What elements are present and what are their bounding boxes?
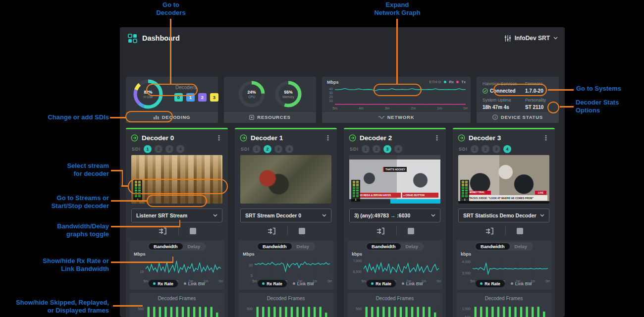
- kebab-menu-icon[interactable]: ⋮: [432, 134, 442, 142]
- sdi-label: SDI: [132, 147, 141, 152]
- rx-rate-label: Rx Rate: [158, 281, 173, 286]
- annotation-show-frames: Show/hide Skipped, Replayed, or Displaye…: [0, 299, 109, 315]
- annotation-line: [179, 220, 181, 227]
- sdi-chip[interactable]: 4: [285, 145, 293, 153]
- rx-dot: [371, 282, 374, 285]
- decoded-frames-chart: 1,0005005m4m3m2m1m0m: [458, 303, 550, 317]
- decoder-title: Decoder 2: [360, 134, 429, 142]
- tx-legend-label[interactable]: Tx: [461, 80, 466, 84]
- rx-rate-label: Rx Rate: [376, 281, 391, 286]
- sdi-chip[interactable]: 4: [503, 145, 511, 153]
- sdi-chip[interactable]: 3: [165, 145, 173, 153]
- decoder-title: Decoder 1: [251, 134, 320, 142]
- sdi-chip[interactable]: 1: [362, 145, 370, 153]
- svg-text:1m: 1m: [437, 106, 442, 110]
- kebab-menu-icon[interactable]: ⋮: [541, 134, 551, 142]
- sdi-chip[interactable]: 2: [373, 145, 380, 153]
- sdi-chip[interactable]: 1: [471, 145, 479, 153]
- toggle-delay[interactable]: Delay: [401, 243, 423, 250]
- chevron-down-icon: [553, 37, 558, 40]
- stream-select[interactable]: SRT Stream Decoder 0: [240, 209, 331, 222]
- go-to-stream-button[interactable]: [158, 227, 167, 235]
- kebab-menu-icon[interactable]: ⋮: [323, 134, 333, 142]
- sdi-chip[interactable]: 3: [274, 145, 282, 153]
- toggle-bandwidth[interactable]: Bandwidth: [149, 243, 183, 250]
- sdi-chip[interactable]: 1: [144, 145, 152, 153]
- device-menu[interactable]: InfoDev SRT: [504, 27, 558, 49]
- toggle-delay[interactable]: Delay: [510, 243, 532, 250]
- sdi-chips: 1234: [144, 145, 184, 153]
- ov-ticker3: [458, 201, 549, 204]
- link-bw-label: Link BW: [406, 281, 423, 286]
- decoded-frames-section: Decoded Frames 5005m4m3m2m1m0m SkippedRe…: [238, 293, 333, 317]
- sdi-chips: 1234: [362, 145, 402, 153]
- svg-text:0m: 0m: [463, 106, 468, 110]
- decoder-chip[interactable]: 2: [198, 93, 207, 102]
- annotation-select-stream: Select stream for decoder: [10, 162, 109, 178]
- sdi-chip[interactable]: 1: [253, 145, 261, 153]
- link-bw-legend[interactable]: Link BW: [293, 281, 314, 286]
- annotation-go-streams: Go to Streams or Start/Stop decoder: [10, 194, 109, 210]
- ov-headline: MP ATTACKS JUDGE: "LOOK AT WHERE HE COME…: [461, 195, 548, 201]
- rx-legend-label[interactable]: Rx: [449, 80, 454, 84]
- annotation-oval-dropdown: [128, 179, 228, 194]
- rx-rate-label: Rx Rate: [267, 281, 282, 286]
- decoder-card: Decoder 3 ⋮ SDI 1234 H MONEY TRIALLIVEMP…: [453, 128, 555, 317]
- network-button[interactable]: NETWORK: [322, 111, 471, 123]
- decoder-status-icon: [240, 134, 247, 142]
- link-bw-dot: [511, 282, 513, 285]
- bandwidth-chart: 4,0003,0005m4m3m2m1m0m: [458, 257, 550, 283]
- sdi-row: SDI 1234: [459, 145, 511, 154]
- sdi-chip[interactable]: 3: [383, 145, 391, 153]
- uptime-value: 18h 47m 4s: [483, 105, 509, 110]
- personality-label: Personality: [525, 98, 546, 103]
- annotation-line: [170, 19, 171, 84]
- bandwidth-unit-label: Mbps: [243, 252, 255, 257]
- rx-rate-legend[interactable]: Rx Rate: [149, 280, 178, 287]
- toggle-bandwidth[interactable]: Bandwidth: [258, 243, 292, 250]
- link-bw-legend[interactable]: Link BW: [184, 281, 205, 286]
- rx-rate-legend[interactable]: Rx Rate: [476, 280, 505, 287]
- stream-select[interactable]: SRT Statistics Demo Decoder: [458, 209, 549, 222]
- sdi-chip[interactable]: 3: [492, 145, 500, 153]
- stop-decoder-button[interactable]: [190, 228, 196, 234]
- decoded-frames-title: Decoded Frames: [347, 296, 442, 301]
- link-bw-legend[interactable]: Link BW: [402, 281, 423, 286]
- annotation-go-to-systems: Go to Systems: [576, 85, 621, 93]
- sliders-icon: [504, 35, 511, 42]
- decoder-chip[interactable]: 3: [210, 93, 218, 102]
- device-status-button[interactable]: DEVICE STATUS: [477, 111, 559, 123]
- rx-rate-legend[interactable]: Rx Rate: [367, 280, 396, 287]
- toggle-bandwidth[interactable]: Bandwidth: [367, 243, 401, 250]
- link-bw-label: Link BW: [297, 281, 314, 286]
- sdi-chip[interactable]: 2: [264, 145, 271, 153]
- go-to-stream-button[interactable]: [267, 227, 276, 235]
- sdi-chip[interactable]: 2: [482, 145, 489, 153]
- kebab-menu-icon[interactable]: ⋮: [214, 134, 224, 142]
- toggle-delay[interactable]: Delay: [183, 243, 205, 250]
- decoder-card-header: Decoder 2 ⋮: [349, 132, 442, 143]
- stream-select[interactable]: 3) (any):49783 → :6030: [349, 209, 440, 222]
- bandwidth-legend: Rx RateLink BW: [456, 280, 551, 287]
- stop-decoder-button[interactable]: [299, 228, 305, 234]
- go-to-stream-button[interactable]: [376, 227, 385, 235]
- sdi-chip[interactable]: 2: [155, 145, 162, 153]
- toggle-delay[interactable]: Delay: [292, 243, 314, 250]
- link-bw-legend[interactable]: Link BW: [511, 281, 532, 286]
- annotation-show-rx: Show/hide Rx Rate or Link Bandwidth: [10, 257, 109, 273]
- rx-rate-legend[interactable]: Rx Rate: [258, 280, 287, 287]
- bandwidth-section: Bandwidth Delay kbps 7,0006,5005m4m3m2m1…: [347, 240, 442, 290]
- resources-button[interactable]: RESOURCES: [224, 111, 316, 123]
- go-to-stream-button[interactable]: [485, 227, 494, 235]
- link-bw-label: Link BW: [515, 281, 532, 286]
- bandwidth-chart: 7,0006,5005m4m3m2m1m0m: [349, 257, 441, 283]
- divider: [287, 226, 288, 235]
- annotation-oval-device-status: [493, 84, 547, 96]
- stream-select[interactable]: Listener SRT Stream: [131, 209, 222, 222]
- toggle-bandwidth[interactable]: Bandwidth: [476, 243, 510, 250]
- stop-decoder-button[interactable]: [408, 228, 414, 234]
- stop-decoder-button[interactable]: [517, 228, 523, 234]
- sdi-chip[interactable]: 4: [176, 145, 184, 153]
- sdi-chip[interactable]: 4: [394, 145, 402, 153]
- dashboard: Dashboard InfoDev SRT: [120, 27, 565, 317]
